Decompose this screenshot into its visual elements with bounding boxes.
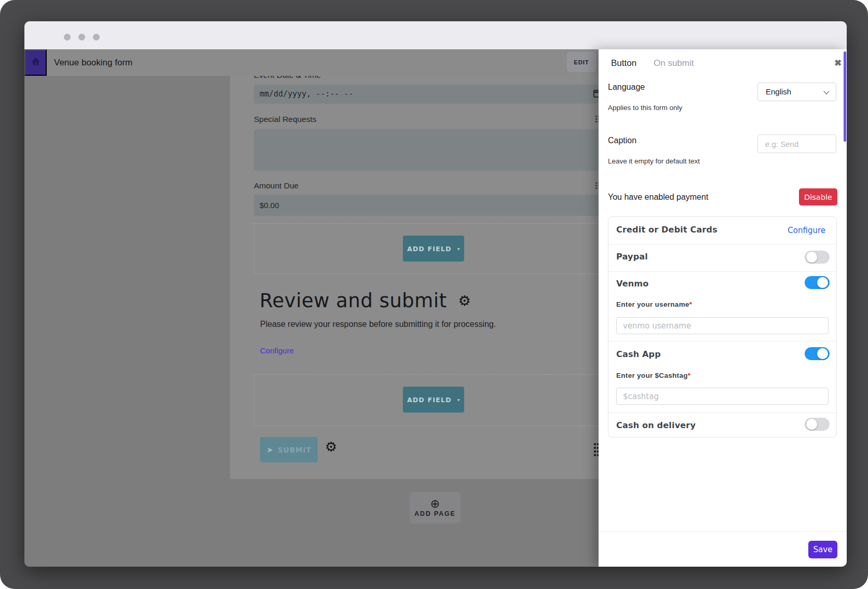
caret-down-icon[interactable]: ▾ [457, 397, 460, 403]
divider [608, 271, 836, 272]
field-label-special-requests: Special Requests [254, 115, 317, 124]
configure-link[interactable]: Configure [260, 346, 294, 355]
configure-cards-link[interactable]: Configure [784, 225, 829, 236]
disable-payment-button[interactable]: Disable [799, 188, 837, 206]
cash-on-delivery-toggle[interactable] [805, 418, 830, 431]
payment-status-text: You have enabled payment [608, 193, 708, 202]
divider [599, 531, 847, 532]
home-icon [31, 57, 41, 69]
language-label: Language [608, 83, 645, 92]
cashtag-label: Enter your $Cashtag* [616, 372, 690, 379]
app-header: Venue booking form EDIT [24, 49, 599, 76]
required-mark: * [688, 372, 691, 379]
paypal-toggle[interactable] [805, 251, 830, 264]
venmo-toggle[interactable] [805, 276, 830, 289]
caption-label: Caption [608, 136, 636, 145]
window-dot [64, 34, 71, 40]
payment-method-name: Paypal [616, 252, 648, 262]
send-icon: ➤ [266, 445, 273, 455]
screenshot-frame: Venue booking form EDIT Event Date & Tim… [0, 0, 868, 589]
scrollbar-thumb[interactable] [844, 51, 846, 142]
amount-due-input[interactable]: $0.00 [254, 195, 599, 216]
caret-down-icon[interactable]: ▾ [457, 246, 460, 252]
datetime-value: mm/dd/yyyy, --:-- -- [254, 85, 599, 104]
venmo-username-input[interactable] [616, 317, 829, 334]
gear-icon[interactable]: ⚙ [325, 439, 337, 455]
caption-input[interactable] [757, 134, 836, 153]
window-titlebar [24, 21, 847, 49]
amount-due-value: $0.00 [254, 195, 599, 216]
cashtag-input[interactable] [616, 388, 829, 405]
tab-on-submit[interactable]: On submit [650, 58, 697, 69]
caption-note: Leave it empty for default text [608, 157, 700, 165]
plus-circle-icon: ⊕ [430, 498, 440, 510]
save-button[interactable]: Save [808, 541, 837, 558]
home-button[interactable] [24, 49, 47, 76]
field-label-amount-due: Amount Due [254, 181, 299, 190]
payment-method-name: Venmo [616, 279, 648, 289]
add-field-button[interactable]: ADD FIELD ▾ [403, 387, 464, 413]
divider [608, 341, 836, 341]
language-select[interactable]: English [757, 83, 836, 101]
special-requests-textarea[interactable] [254, 129, 599, 171]
edit-button[interactable]: EDIT [567, 52, 596, 72]
button-settings-panel: Button On submit ✖ Language English Appl… [599, 49, 847, 567]
tab-button[interactable]: Button [608, 58, 640, 69]
window-dot [93, 34, 100, 40]
window-dot [78, 34, 85, 40]
payment-method-name: Cash App [616, 349, 661, 359]
payment-methods-card: Credit or Debit Cards Configure Paypal V… [608, 216, 837, 437]
divider [608, 413, 836, 413]
payment-method-name: Credit or Debit Cards [616, 225, 717, 235]
payment-method-name: Cash on delivery [616, 420, 696, 430]
form-canvas-card: Event Date & Time mm/dd/yyyy, --:-- -- S… [230, 76, 599, 479]
browser-window: Venue booking form EDIT Event Date & Tim… [24, 21, 847, 567]
add-field-button[interactable]: ADD FIELD ▾ [403, 236, 464, 262]
required-mark: * [689, 300, 693, 308]
divider [608, 244, 836, 244]
venmo-username-label: Enter your username* [616, 300, 692, 308]
datetime-input[interactable]: mm/dd/yyyy, --:-- -- [254, 85, 599, 104]
cashapp-toggle[interactable] [805, 347, 830, 360]
close-icon[interactable]: ✖ [831, 57, 845, 69]
review-heading: Review and submit [260, 290, 447, 312]
add-page-button[interactable]: ⊕ ADD PAGE [410, 492, 460, 524]
review-subtext: Please review your response before submi… [260, 320, 496, 329]
gear-icon[interactable]: ⚙ [458, 293, 471, 309]
page-title: Venue booking form [54, 49, 132, 76]
language-note: Applies to this form only [608, 104, 682, 112]
submit-button[interactable]: ➤ SUBMIT [260, 437, 318, 462]
form-builder-app: Venue booking form EDIT Event Date & Tim… [24, 49, 847, 567]
